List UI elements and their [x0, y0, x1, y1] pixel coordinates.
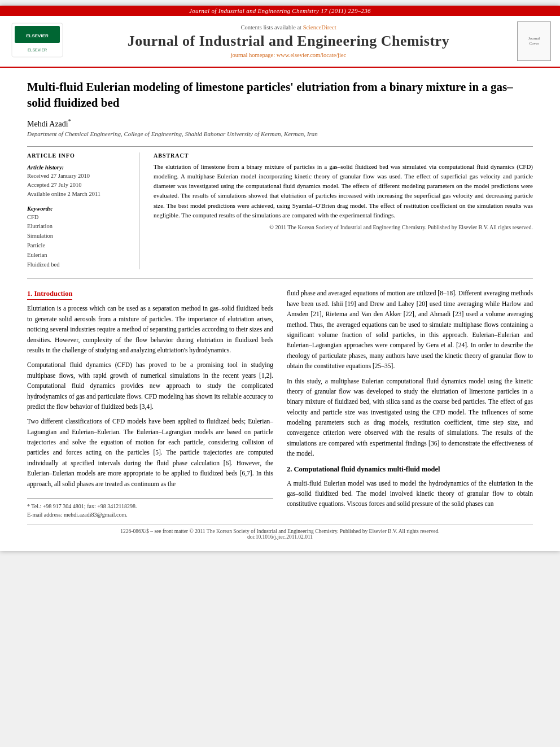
footnote-email: E-mail address: mehdi.azadi83@gmail.com. — [27, 510, 273, 519]
footer-copyright: 1226-086X/$ – see front matter © 2011 Th… — [27, 528, 533, 534]
journal-cover-image: JournalCover — [517, 21, 551, 61]
elsevier-logo-svg: ELSEVIER ELSEVIER — [9, 20, 65, 60]
footnote-tel: * Tel.: +98 917 304 4801; fax: +98 34121… — [27, 502, 273, 510]
main-content: Multi-fluid Eulerian modeling of limesto… — [0, 68, 560, 551]
footer-doi: doi:10.1016/j.jiec.2011.02.011 — [27, 534, 533, 540]
svg-text:ELSEVIER: ELSEVIER — [28, 48, 47, 52]
keyword-elutriation: Elutriation — [27, 222, 130, 231]
body-section: 1. Introduction Elutriation is a process… — [27, 288, 533, 519]
journal-citation: Journal of Industrial and Engineering Ch… — [189, 7, 371, 14]
keyword-cfd: CFD — [27, 213, 130, 222]
section-divider — [27, 278, 533, 279]
page: Journal of Industrial and Engineering Ch… — [0, 6, 560, 551]
section2-heading: 2. Computational fluid dynamics multi-fl… — [287, 464, 533, 475]
keyword-simulation: Simulation — [27, 231, 130, 241]
journal-logo-right: JournalCover — [506, 21, 551, 61]
svg-text:ELSEVIER: ELSEVIER — [26, 33, 49, 38]
article-title: Multi-fluid Eulerian modeling of limesto… — [27, 79, 533, 111]
body-col-left: 1. Introduction Elutriation is a process… — [27, 288, 273, 519]
contents-available: Contents lists available at ScienceDirec… — [71, 24, 506, 30]
header-center: Contents lists available at ScienceDirec… — [71, 24, 506, 58]
intro-heading: 1. Introduction — [27, 288, 72, 300]
journal-url[interactable]: journal homepage: www.elsevier.com/locat… — [231, 52, 347, 58]
author-affiliation: Department of Chemical Engineering, Coll… — [27, 130, 533, 137]
journal-citation-bar: Journal of Industrial and Engineering Ch… — [0, 6, 560, 16]
sciencedirect-link[interactable]: ScienceDirect — [303, 24, 336, 30]
elsevier-logo-area: ELSEVIER ELSEVIER — [9, 20, 71, 62]
abstract-text: The elutriation of limestone from a bina… — [154, 162, 533, 220]
article-meta-section: ARTICLE INFO Article history: Received 2… — [27, 146, 533, 269]
journal-header: ELSEVIER ELSEVIER Contents lists availab… — [0, 16, 560, 68]
intro-para-2: Computational fluid dynamics (CFD) has p… — [27, 360, 273, 412]
article-info-heading: ARTICLE INFO — [27, 152, 130, 159]
intro-para-3: Two different classifications of CFD mod… — [27, 416, 273, 489]
right-para-1: fluid phase and averaged equations of mo… — [287, 288, 533, 371]
journal-homepage: journal homepage: www.elsevier.com/locat… — [71, 52, 506, 58]
right-para-3: A multi-fluid Eulerian model was used to… — [287, 478, 533, 509]
journal-title: Journal of Industrial and Engineering Ch… — [71, 32, 506, 50]
intro-para-1: Elutriation is a process which can be us… — [27, 303, 273, 355]
body-col-right: fluid phase and averaged equations of mo… — [287, 288, 533, 519]
keywords-label: Keywords: — [27, 206, 130, 212]
right-para-2: In this study, a multiphase Eulerian com… — [287, 376, 533, 459]
article-info-panel: ARTICLE INFO Article history: Received 2… — [27, 152, 140, 269]
footnote-area: * Tel.: +98 917 304 4801; fax: +98 34121… — [27, 498, 273, 519]
author-name: Mehdi Azadi* — [27, 118, 533, 129]
keyword-particle: Particle — [27, 241, 130, 251]
available-date: Available online 2 March 2011 — [27, 190, 130, 199]
accepted-date: Accepted 27 July 2010 — [27, 181, 130, 190]
abstract-panel: ABSTRACT The elutriation of limestone fr… — [154, 152, 533, 269]
history-label: Article history: — [27, 164, 130, 171]
page-footer: 1226-086X/$ – see front matter © 2011 Th… — [27, 525, 533, 540]
received-date: Received 27 January 2010 — [27, 172, 130, 181]
keyword-eulerian: Eulerian — [27, 251, 130, 260]
abstract-copyright: © 2011 The Korean Society of Industrial … — [154, 224, 533, 231]
abstract-heading: ABSTRACT — [154, 152, 533, 159]
keyword-fluidized-bed: Fluidized bed — [27, 260, 130, 270]
